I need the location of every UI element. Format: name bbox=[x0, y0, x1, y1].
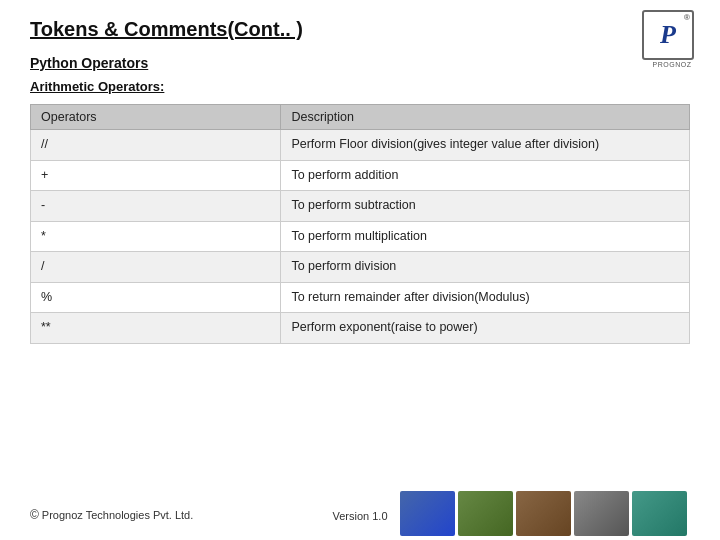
table-row: //Perform Floor division(gives integer v… bbox=[31, 130, 690, 161]
section-title: Python Operators bbox=[30, 55, 690, 71]
table-row: **Perform exponent(raise to power) bbox=[31, 313, 690, 344]
col-header-operators: Operators bbox=[31, 105, 281, 130]
footer-copyright: © Prognoz Technologies Pvt. Ltd. bbox=[30, 508, 193, 522]
footer-image-2 bbox=[458, 491, 513, 536]
footer-images bbox=[400, 485, 720, 540]
description-cell: To perform multiplication bbox=[281, 221, 690, 252]
logo-registered: ® bbox=[684, 13, 690, 22]
logo-subtitle: PROGNOZ bbox=[642, 61, 702, 68]
description-cell: To perform subtraction bbox=[281, 191, 690, 222]
footer-company: Prognoz Technologies Pvt. Ltd. bbox=[42, 509, 193, 521]
description-cell: Perform Floor division(gives integer val… bbox=[281, 130, 690, 161]
page-container: P ® PROGNOZ Tokens & Comments(Cont.. ) P… bbox=[0, 0, 720, 540]
description-cell: To perform division bbox=[281, 252, 690, 283]
footer: © Prognoz Technologies Pvt. Ltd. Version… bbox=[0, 480, 720, 540]
logo-box: P ® bbox=[642, 10, 694, 60]
footer-image-3 bbox=[516, 491, 571, 536]
operator-cell: * bbox=[31, 221, 281, 252]
table-row: %To return remainder after division(Modu… bbox=[31, 282, 690, 313]
operator-cell: ** bbox=[31, 313, 281, 344]
table-row: /To perform division bbox=[31, 252, 690, 283]
operator-cell: + bbox=[31, 160, 281, 191]
description-cell: To return remainder after division(Modul… bbox=[281, 282, 690, 313]
operator-cell: // bbox=[31, 130, 281, 161]
operator-cell: - bbox=[31, 191, 281, 222]
description-cell: Perform exponent(raise to power) bbox=[281, 313, 690, 344]
copyright-symbol: © bbox=[30, 508, 39, 522]
footer-version: Version 1.0 bbox=[332, 510, 387, 522]
table-row: -To perform subtraction bbox=[31, 191, 690, 222]
footer-image-5 bbox=[632, 491, 687, 536]
logo-letter: P bbox=[660, 20, 676, 50]
table-row: *To perform multiplication bbox=[31, 221, 690, 252]
table-header-row: Operators Description bbox=[31, 105, 690, 130]
operator-cell: / bbox=[31, 252, 281, 283]
operators-table: Operators Description //Perform Floor di… bbox=[30, 104, 690, 344]
col-header-description: Description bbox=[281, 105, 690, 130]
footer-image-1 bbox=[400, 491, 455, 536]
footer-image-4 bbox=[574, 491, 629, 536]
logo-container: P ® PROGNOZ bbox=[642, 10, 702, 65]
table-row: +To perform addition bbox=[31, 160, 690, 191]
operator-cell: % bbox=[31, 282, 281, 313]
page-title: Tokens & Comments(Cont.. ) bbox=[30, 18, 690, 41]
sub-section-title: Arithmetic Operators: bbox=[30, 79, 690, 94]
description-cell: To perform addition bbox=[281, 160, 690, 191]
